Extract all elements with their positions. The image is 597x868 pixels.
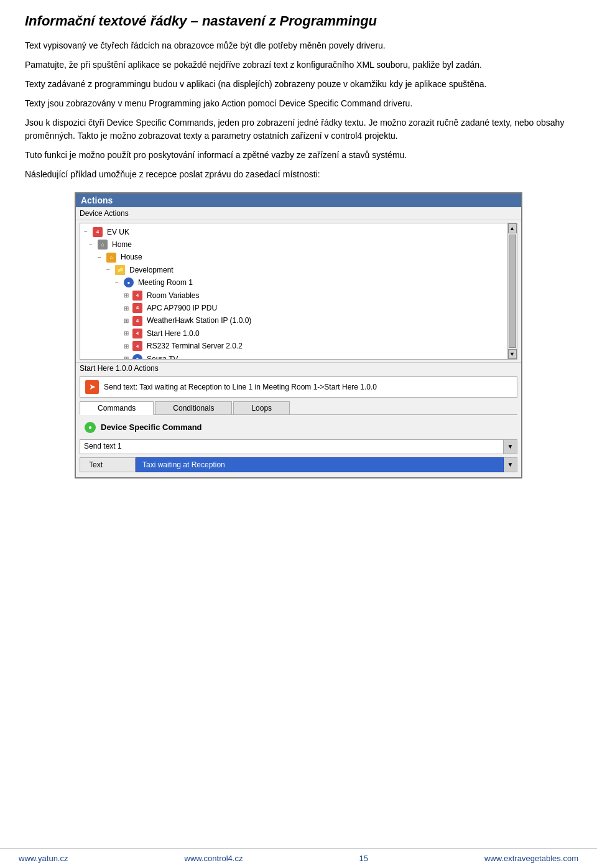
tree-label: RS232 Terminal Server 2.0.2 — [147, 340, 243, 352]
device-actions-label: Device Actions — [76, 207, 521, 220]
expand-icon[interactable]: − — [89, 240, 96, 250]
tree-label: House — [121, 251, 142, 263]
action-item: ➤ Send text: Taxi waiting at Reception t… — [80, 376, 517, 398]
expand-icon[interactable]: − — [98, 252, 105, 263]
c4-icon: 4 — [132, 303, 142, 313]
para-1: Text vypisovaný ve čtyřech řádcích na ob… — [25, 39, 572, 52]
house-icon: ⌂ — [106, 253, 116, 263]
tree-label: APC AP7900 IP PDU — [147, 302, 217, 314]
tabs-row: Commands Conditionals Loops — [80, 401, 517, 415]
c4-icon: 4 — [132, 291, 142, 301]
tree-content: − 4 EV UK − ⌂ Home − ⌂ House − 📁 Develop… — [80, 223, 517, 360]
folder-icon: 📁 — [115, 265, 125, 275]
tree-label: Start Here 1.0.0 — [147, 327, 200, 340]
c4-icon: 4 — [132, 329, 142, 338]
expand-icon[interactable]: − — [106, 264, 114, 275]
list-item: ⊞ 4 Start Here 1.0.0 — [124, 327, 514, 340]
tree-label: Development — [129, 264, 174, 276]
list-item: − ⌂ Home — [89, 238, 514, 251]
send-text-dropdown-arrow[interactable]: ▼ — [504, 439, 517, 454]
list-item: ⊞ 4 APC AP7900 IP PDU — [124, 302, 514, 314]
para-7: Následující příklad umožňuje z recepce p… — [25, 168, 572, 181]
tree-label: Meeting Room 1 — [138, 276, 193, 289]
expand-icon[interactable]: ⊞ — [124, 353, 131, 359]
expand-icon[interactable]: ⊞ — [124, 315, 131, 326]
blue-icon: ● — [132, 354, 142, 360]
action-item-text: Send text: Taxi waiting at Reception to … — [104, 383, 377, 391]
list-item: − 📁 Development — [106, 264, 514, 276]
device-specific-label: Device Specific Command — [101, 422, 202, 432]
arrow-icon: ➤ — [85, 380, 99, 394]
list-item: − 4 EV UK — [84, 226, 514, 238]
scroll-up-button[interactable]: ▲ — [508, 223, 517, 233]
para-2: Pamatujte, že při spuštění aplikace se p… — [25, 58, 572, 72]
tree-label: Room Variables — [147, 289, 199, 302]
text-label-box: Text — [80, 457, 136, 472]
blue-icon: ● — [124, 278, 134, 287]
actions-panel: Actions Device Actions − 4 EV UK − ⌂ Hom… — [75, 192, 522, 478]
send-text-select[interactable]: Send text 1 — [80, 439, 504, 454]
para-5: Jsou k dispozici čtyři Device Specific C… — [25, 116, 572, 142]
expand-icon[interactable]: ⊞ — [124, 303, 131, 314]
device-specific-row: ● Device Specific Command — [80, 419, 517, 436]
tree-label: Home — [112, 238, 132, 251]
footer-right[interactable]: www.extravegetables.com — [484, 854, 578, 863]
tab-conditionals[interactable]: Conditionals — [155, 401, 232, 414]
tree-label: WeatherHawk Station IP (1.0.0) — [147, 314, 251, 327]
list-item: ⊞ ● Seura TV — [124, 353, 514, 360]
para-4: Texty jsou zobrazovány v menu Programmin… — [25, 97, 572, 110]
text-value-dropdown-arrow[interactable]: ▼ — [504, 457, 517, 472]
para-3: Texty zadávané z programmingu budou v ap… — [25, 78, 572, 91]
list-item: ⊞ 4 Room Variables — [124, 289, 514, 302]
expand-icon[interactable]: − — [84, 226, 91, 237]
list-item: − ● Meeting Room 1 — [115, 276, 514, 289]
scrollbar[interactable]: ▲ ▼ — [507, 223, 517, 359]
send-text-row: Send text 1 ▼ — [80, 439, 517, 454]
c4-icon: 4 — [132, 316, 142, 326]
tree-label: EV UK — [107, 226, 129, 238]
page-title: Informační textové řádky – nastavení z P… — [25, 12, 572, 30]
c4-icon: 4 — [132, 341, 142, 351]
tree-panel: − 4 EV UK − ⌂ Home − ⌂ House − 📁 Develop… — [80, 223, 517, 360]
footer: www.yatun.cz www.control4.cz 15 www.extr… — [0, 848, 597, 868]
tree-label: Seura TV — [147, 353, 178, 360]
footer-center-left[interactable]: www.control4.cz — [185, 854, 243, 863]
footer-page: 15 — [359, 854, 368, 863]
scroll-thumb[interactable] — [509, 235, 516, 348]
scroll-down-button[interactable]: ▼ — [508, 349, 517, 359]
text-value-box[interactable]: Taxi waiting at Reception — [136, 457, 504, 472]
c4-icon: 4 — [93, 227, 103, 237]
lower-actions-label: Start Here 1.0.0 Actions — [76, 362, 521, 374]
footer-left[interactable]: www.yatun.cz — [19, 854, 68, 863]
expand-icon[interactable]: ⊞ — [124, 341, 131, 352]
expand-icon[interactable]: ⊞ — [124, 328, 131, 338]
list-item: ⊞ 4 WeatherHawk Station IP (1.0.0) — [124, 314, 514, 327]
tab-loops[interactable]: Loops — [233, 401, 290, 414]
expand-icon[interactable]: − — [115, 278, 123, 288]
list-item: ⊞ 4 RS232 Terminal Server 2.0.2 — [124, 340, 514, 352]
expand-icon[interactable]: ⊞ — [124, 290, 131, 301]
text-field-row: Text Taxi waiting at Reception ▼ — [80, 457, 517, 472]
para-6: Tuto funkci je možno použít pro poskytov… — [25, 149, 572, 162]
list-item: − ⌂ House — [98, 251, 514, 263]
actions-title-bar: Actions — [76, 194, 521, 207]
green-circle-icon: ● — [85, 422, 96, 433]
tab-commands[interactable]: Commands — [80, 401, 154, 415]
home-icon: ⌂ — [98, 240, 108, 250]
